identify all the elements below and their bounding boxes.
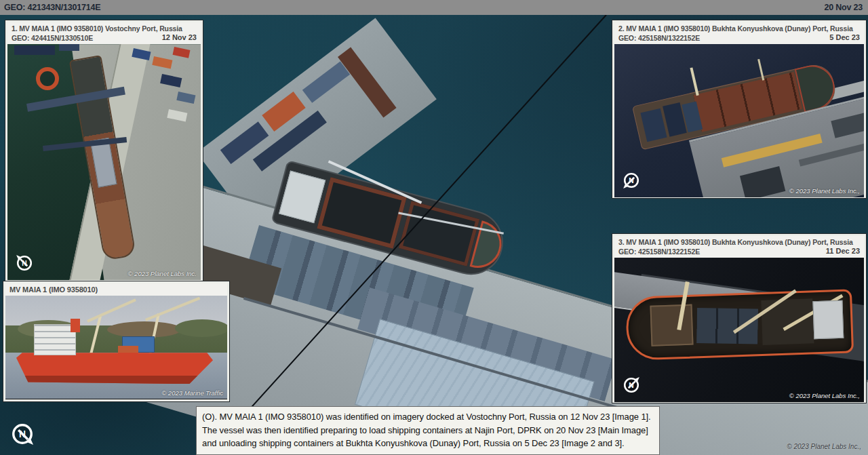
copyright-label: © 2023 Planet Labs Inc.,	[789, 187, 860, 195]
deck-structure	[740, 166, 785, 197]
main-geo-coordinates: GEO: 421343N/1301714E	[4, 3, 100, 12]
inset-1-date: 12 Nov 23	[162, 33, 197, 42]
inset-2-title: 2. MV MAIA 1 (IMO 9358010) Bukhta Konyus…	[618, 24, 860, 34]
geo-header-bar: GEO: 421343N/1301714E 20 Nov 23	[0, 0, 868, 15]
container-stack	[696, 308, 758, 344]
inset-3-satellite-scene: N © 2023 Planet Labs Inc.,	[614, 258, 864, 402]
tree-canopy	[175, 319, 227, 337]
photo-title: MV MAIA 1 (IMO 9358010)	[9, 285, 223, 294]
inset-2-date: 5 Dec 23	[829, 33, 860, 42]
inset-3-geo: GEO: 425158N/1322152E	[618, 248, 860, 257]
compass-north-icon: N	[13, 252, 36, 275]
copyright-label: © 2023 Planet Labs Inc.	[127, 270, 197, 277]
main-image-date: 20 Nov 23	[824, 3, 863, 12]
inset-3-date: 11 Dec 23	[826, 246, 860, 256]
crane-boom	[87, 299, 136, 323]
photo-header: MV MAIA 1 (IMO 9358010)	[5, 283, 227, 296]
cargo-ship-docked	[625, 290, 854, 361]
container-stack	[14, 45, 55, 55]
svg-text:N: N	[19, 429, 26, 439]
container-stack	[302, 62, 350, 103]
inset-2-geo: GEO: 425158N/1322152E	[618, 34, 860, 43]
vessel-photo-inset: MV MAIA 1 (IMO 9358010) © 2023 Marine Tr…	[3, 281, 229, 401]
inset-2-header: 2. MV MAIA 1 (IMO 9358010) Bukhta Konyus…	[614, 22, 864, 44]
analysis-caption-box: (O). MV MAIA 1 (IMO 9358010) was identif…	[196, 406, 660, 455]
compass-north-icon: N	[7, 418, 38, 450]
svg-text:N: N	[22, 260, 26, 267]
intel-imagery-graphic: GEO: 421343N/1301714E 20 Nov 23 1. MV MA…	[0, 0, 868, 455]
tree-canopy	[107, 321, 182, 338]
inset-2-satellite-scene: N © 2023 Planet Labs Inc.,	[614, 44, 864, 197]
ship-funnel	[71, 319, 80, 332]
ship-superstructure	[34, 324, 76, 355]
inset-1-header: 1. MV MAIA 1 (IMO 9358010) Vostochny Por…	[7, 22, 201, 44]
caption-line: and unloading shipping containers at Buk…	[202, 437, 654, 450]
svg-text:N: N	[629, 177, 633, 184]
compass-north-icon: N	[620, 169, 643, 192]
vessel-photo: © 2023 Marine Traffic	[5, 296, 227, 399]
copyright-label: © 2023 Marine Traffic	[161, 389, 223, 397]
crane-boom	[145, 297, 200, 321]
ship-superstructure	[812, 300, 844, 340]
ship-foredeck	[650, 304, 693, 347]
inset-3-header: 3. MV MAIA 1 (IMO 9358010) Bukhta Konyus…	[614, 236, 864, 258]
deck-structure	[831, 106, 864, 138]
caption-line: The vessel was then identified preparing…	[202, 424, 654, 437]
crane-turntable	[36, 67, 59, 90]
inset-1-satellite-scene: N © 2023 Planet Labs Inc.	[7, 44, 201, 280]
copyright-label: © 2023 Planet Labs Inc.,	[787, 443, 861, 450]
inset-image-3: 3. MV MAIA 1 (IMO 9358010) Bukhta Konyus…	[612, 234, 866, 403]
inset-image-2: 2. MV MAIA 1 (IMO 9358010) Bukhta Konyus…	[612, 20, 866, 198]
red-ship-hull	[16, 353, 213, 384]
caption-line: (O). MV MAIA 1 (IMO 9358010) was identif…	[202, 410, 654, 424]
copyright-label: © 2023 Planet Labs Inc.,	[789, 392, 860, 399]
container-stack	[59, 44, 79, 51]
inset-image-1: 1. MV MAIA 1 (IMO 9358010) Vostochny Por…	[5, 20, 203, 281]
inset-3-title: 3. MV MAIA 1 (IMO 9358010) Bukhta Konyus…	[618, 238, 860, 248]
svg-text:N: N	[629, 382, 633, 389]
compass-north-icon: N	[620, 374, 643, 397]
